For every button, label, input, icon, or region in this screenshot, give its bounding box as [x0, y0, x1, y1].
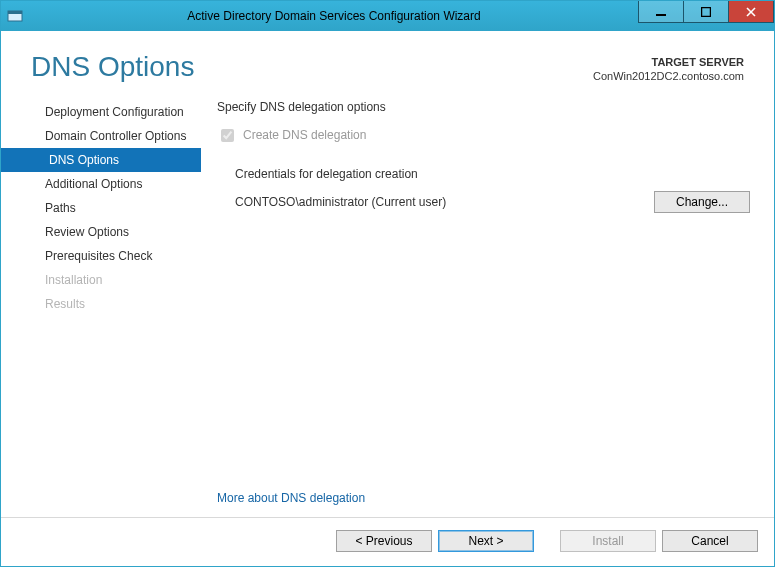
- sidebar-item-results: Results: [1, 292, 201, 316]
- sidebar: Deployment Configuration Domain Controll…: [1, 94, 201, 517]
- mid-area: Deployment Configuration Domain Controll…: [1, 94, 774, 517]
- more-about-dns-delegation-link[interactable]: More about DNS delegation: [217, 477, 754, 517]
- page-title: DNS Options: [31, 51, 593, 83]
- wizard-body: DNS Options TARGET SERVER ConWin2012DC2.…: [1, 31, 774, 566]
- create-dns-delegation-label: Create DNS delegation: [243, 128, 366, 142]
- footer: < Previous Next > Install Cancel: [1, 517, 774, 566]
- sidebar-item-domain-controller-options[interactable]: Domain Controller Options: [1, 124, 201, 148]
- titlebar[interactable]: Active Directory Domain Services Configu…: [1, 1, 774, 31]
- sidebar-item-prerequisites-check[interactable]: Prerequisites Check: [1, 244, 201, 268]
- credentials-heading: Credentials for delegation creation: [235, 167, 754, 181]
- sidebar-item-paths[interactable]: Paths: [1, 196, 201, 220]
- install-button: Install: [560, 530, 656, 552]
- svg-rect-3: [702, 7, 711, 16]
- window-controls: [639, 1, 774, 31]
- section-title: Specify DNS delegation options: [217, 100, 754, 114]
- target-server-block: TARGET SERVER ConWin2012DC2.contoso.com: [593, 51, 744, 84]
- next-button[interactable]: Next >: [438, 530, 534, 552]
- sidebar-item-installation: Installation: [1, 268, 201, 292]
- maximize-button[interactable]: [683, 1, 729, 23]
- svg-rect-2: [656, 14, 666, 16]
- create-dns-delegation-checkbox: [221, 129, 234, 142]
- app-icon: [1, 8, 29, 24]
- header-row: DNS Options TARGET SERVER ConWin2012DC2.…: [1, 31, 774, 94]
- sidebar-item-review-options[interactable]: Review Options: [1, 220, 201, 244]
- close-button[interactable]: [728, 1, 774, 23]
- cancel-button[interactable]: Cancel: [662, 530, 758, 552]
- sidebar-item-deployment-configuration[interactable]: Deployment Configuration: [1, 100, 201, 124]
- content-pane: Specify DNS delegation options Create DN…: [201, 94, 758, 517]
- sidebar-item-dns-options[interactable]: DNS Options: [1, 148, 201, 172]
- credentials-block: Credentials for delegation creation CONT…: [217, 167, 754, 213]
- wizard-window: Active Directory Domain Services Configu…: [0, 0, 775, 567]
- previous-button[interactable]: < Previous: [336, 530, 432, 552]
- change-credentials-button[interactable]: Change...: [654, 191, 750, 213]
- credentials-row: CONTOSO\administrator (Current user) Cha…: [235, 191, 754, 213]
- target-server-label: TARGET SERVER: [593, 55, 744, 69]
- minimize-button[interactable]: [638, 1, 684, 23]
- svg-rect-1: [8, 11, 22, 14]
- create-dns-delegation-checkbox-row: Create DNS delegation: [217, 126, 754, 145]
- window-title: Active Directory Domain Services Configu…: [29, 9, 639, 23]
- credentials-user: CONTOSO\administrator (Current user): [235, 195, 642, 209]
- sidebar-item-additional-options[interactable]: Additional Options: [1, 172, 201, 196]
- target-server-value: ConWin2012DC2.contoso.com: [593, 69, 744, 83]
